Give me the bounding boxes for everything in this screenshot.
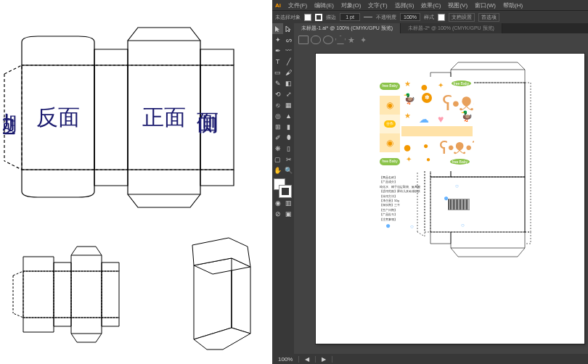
stroke-weight-input[interactable] xyxy=(340,13,360,21)
screen-mode-icon[interactable]: ▣ xyxy=(283,208,294,219)
perspective-tool[interactable]: ▲ xyxy=(283,110,294,121)
tab-doc-2[interactable]: 未标题-2* @ 100% (CMYK/GPU 预览) xyxy=(401,23,502,33)
mesh-tool[interactable]: ⊞ xyxy=(272,121,283,132)
menu-help[interactable]: 帮助(H) xyxy=(503,1,523,9)
menu-effect[interactable]: 效果(C) xyxy=(421,1,441,9)
stroke-style-icon[interactable] xyxy=(364,17,372,17)
paintbrush-tool[interactable]: 🖌 xyxy=(283,67,294,78)
nav-arrow-left-icon[interactable]: ◀ xyxy=(299,356,316,363)
duck-icon: 🦆 xyxy=(460,110,473,122)
free-transform-tool[interactable]: ▦ xyxy=(283,99,294,110)
shape-ellipse-icon[interactable] xyxy=(323,36,333,44)
status-bar: 100% ◀ ▶ xyxy=(272,354,588,364)
bubble-icon: ○ xyxy=(455,183,459,189)
selection-tool[interactable] xyxy=(272,23,283,34)
svg-rect-2 xyxy=(94,65,128,170)
orange-slice-icon-2: ◉ xyxy=(386,138,393,148)
preferences-button[interactable]: 首选项 xyxy=(478,13,499,22)
bear-face-icon: ʕ•ᴥ•ʔ xyxy=(439,138,474,158)
svg-rect-11 xyxy=(71,271,102,318)
menu-select[interactable]: 选择(S) xyxy=(395,1,415,9)
pen-tool[interactable]: ✒ xyxy=(272,45,283,56)
star-icon: ✦ xyxy=(438,81,444,89)
box-3d-preview xyxy=(172,232,259,355)
rotate-tool[interactable]: ⟲ xyxy=(272,88,283,99)
app-logo: Ai xyxy=(275,2,281,9)
nav-arrow-right-icon[interactable]: ▶ xyxy=(316,356,332,363)
shape-builder-tool[interactable]: ◎ xyxy=(272,110,283,121)
svg-rect-12 xyxy=(102,271,119,318)
side-panel-artwork[interactable]: free Baby ◉ 合作 ◉ free Baby xyxy=(380,77,400,171)
label-front-face: 正面 xyxy=(142,105,186,129)
width-tool[interactable]: ⎋ xyxy=(272,99,283,110)
lasso-tool[interactable]: ᔕ xyxy=(283,34,294,45)
box-dieline-small xyxy=(10,229,141,360)
tools-panel: ✦ ᔕ ✒ 〰 T ╱ ▭ 🖌 ✎ ◧ ⟲ ⤢ ⎋ ▦ ◎ ▲ ⊞ ▮ ✐ ⬮ … xyxy=(272,23,294,354)
orange-slice-icon: ◉ xyxy=(386,100,393,110)
style-swatch[interactable] xyxy=(438,14,445,21)
orange-icon: ● xyxy=(423,141,428,151)
stroke-label: 描边 xyxy=(326,14,336,21)
blend-tool[interactable]: ⬮ xyxy=(283,132,294,143)
curvature-tool[interactable]: 〰 xyxy=(283,45,294,56)
gradient-tool[interactable]: ▮ xyxy=(283,121,294,132)
zoom-tool[interactable]: 🔍 xyxy=(283,165,294,175)
star-icon: ✦ xyxy=(406,155,412,163)
slice-tool[interactable]: ✂ xyxy=(283,154,294,165)
artboard[interactable]: free Baby ◉ 合作 ◉ free Baby ★ ● ✦ free Ba… xyxy=(316,54,584,344)
shaper-tool[interactable]: ✎ xyxy=(272,78,283,88)
graph-tool[interactable]: ▯ xyxy=(283,143,294,154)
control-bar: 未选择对象 描边 不透明度 样式 文档设置 首选项 xyxy=(272,10,588,23)
menu-view[interactable]: 视图(V) xyxy=(448,1,467,9)
scale-tool[interactable]: ⤢ xyxy=(283,88,294,99)
type-tool[interactable]: T xyxy=(272,56,283,67)
menu-edit[interactable]: 编辑(E) xyxy=(314,1,334,9)
reference-panel: 糊边 反面 正面 侧面 xyxy=(0,0,272,364)
stripe-band xyxy=(401,126,473,136)
direct-selection-tool[interactable] xyxy=(283,23,294,34)
hand-tool[interactable]: ✋ xyxy=(272,165,283,175)
label-glue-edge: 糊边 xyxy=(3,113,17,135)
bubble-icon: ○ xyxy=(461,222,465,228)
shape-rounded-icon[interactable] xyxy=(311,36,321,44)
shape-polygon-icon[interactable] xyxy=(335,36,346,44)
opacity-input[interactable] xyxy=(400,13,420,21)
side-badge-2: 合作 xyxy=(384,120,396,128)
none-mode-icon[interactable]: ⊘ xyxy=(272,208,283,219)
document-tabs: 未标题-1.ai* @ 100% (CMYK/GPU 预览) 未标题-2* @ … xyxy=(294,23,588,33)
brand-badge-icon: free Baby xyxy=(450,157,470,165)
magic-wand-tool[interactable]: ✦ xyxy=(272,34,283,45)
gradient-mode-icon[interactable]: ▥ xyxy=(283,197,294,208)
shape-rectangle-icon[interactable] xyxy=(298,36,309,44)
side-badge-1: free Baby xyxy=(380,83,399,90)
menu-window[interactable]: 窗口(W) xyxy=(475,1,496,9)
color-mode-icon[interactable]: ◉ xyxy=(272,197,283,208)
eyedropper-tool[interactable]: ✐ xyxy=(272,132,283,143)
fill-stroke-swatches[interactable] xyxy=(272,178,293,197)
front-panel-artwork[interactable]: ★ ● ✦ free Baby 🦆 ✽ ʕ•ᴥ•ʔ ★ ☁ ♥ 🦆 ● ● ʕ•… xyxy=(400,77,474,171)
canvas[interactable]: free Baby ◉ 合作 ◉ free Baby ★ ● ✦ free Ba… xyxy=(294,46,588,354)
menu-file[interactable]: 文件(F) xyxy=(288,1,307,9)
svg-rect-9 xyxy=(23,271,54,318)
artboard-tool[interactable]: ▢ xyxy=(272,154,283,165)
eraser-tool[interactable]: ◧ xyxy=(283,78,294,88)
cloud-icon: ☁ xyxy=(419,113,429,125)
doc-setup-button[interactable]: 文档设置 xyxy=(449,13,475,22)
fill-swatch[interactable] xyxy=(304,14,311,21)
symbol-sprayer-tool[interactable]: ❋ xyxy=(272,143,283,154)
shape-star-icon[interactable]: ★ xyxy=(348,36,358,44)
tab-doc-1[interactable]: 未标题-1.ai* @ 100% (CMYK/GPU 预览) xyxy=(294,23,401,33)
style-label: 样式 xyxy=(424,14,434,21)
line-tool[interactable]: ╱ xyxy=(283,56,294,67)
rectangle-tool[interactable]: ▭ xyxy=(272,67,283,78)
svg-rect-6 xyxy=(200,65,234,170)
box-dieline-main: 糊边 反面 正面 侧面 xyxy=(3,9,270,212)
shape-flare-icon[interactable]: ✦ xyxy=(360,36,370,44)
orange-icon: ● xyxy=(403,139,412,156)
menu-type[interactable]: 文字(T) xyxy=(368,1,387,9)
menu-object[interactable]: 对象(O) xyxy=(341,1,362,9)
stroke-swatch[interactable] xyxy=(315,14,322,21)
heart-icon: ♥ xyxy=(438,113,444,125)
stroke-color-swatch[interactable] xyxy=(279,186,291,197)
zoom-level[interactable]: 100% xyxy=(272,356,299,363)
